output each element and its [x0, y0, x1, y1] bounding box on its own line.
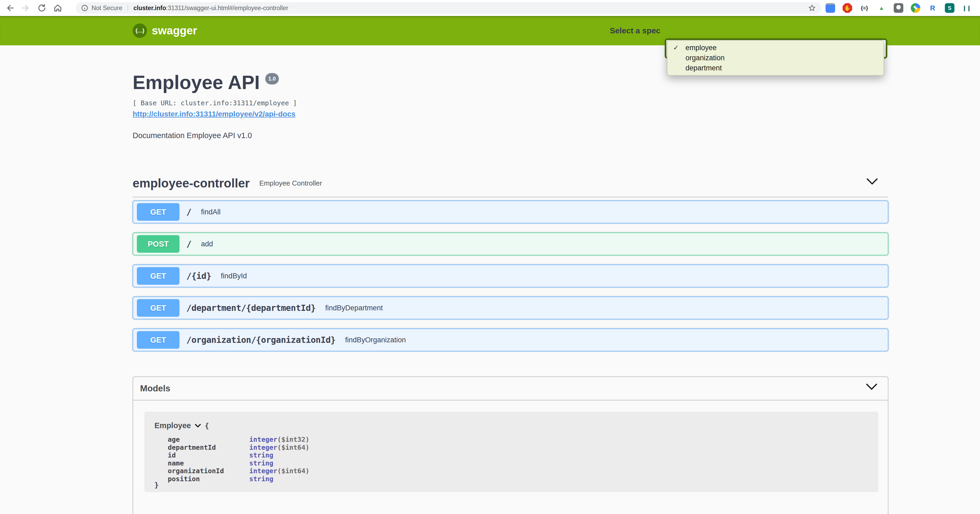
property-name: id [168, 451, 249, 459]
models-header[interactable]: Models [133, 377, 888, 401]
google-keep-extension-icon[interactable] [894, 3, 903, 13]
google-drive-extension-icon[interactable]: ▲ [877, 3, 886, 13]
url-text: cluster.info:31311/swagger-ui.html#/empl… [134, 5, 288, 12]
browser-toolbar: Not Secure cluster.info:31311/swagger-ui… [0, 0, 980, 16]
property-name: age [168, 436, 249, 443]
model-property-row: positionstring [168, 475, 309, 483]
url-host: cluster.info [134, 5, 166, 11]
swagger-logo: {…} swagger [133, 16, 197, 45]
google-analytics-extension-icon[interactable]: ✎ [911, 3, 920, 13]
version-badge: 1.0 [265, 73, 279, 85]
model-name: Employee [154, 421, 191, 430]
property-type: string [249, 475, 273, 483]
endpoint-path: /department/{departmentId} [186, 303, 316, 313]
models-chevron-down-icon[interactable] [866, 383, 877, 390]
not-secure-label: Not Secure [92, 5, 122, 12]
model-property-row: namestring [168, 459, 309, 467]
address-bar-divider [127, 5, 128, 11]
api-docs-link[interactable]: http://cluster.info:31311/employee/v2/ap… [133, 110, 296, 118]
spec-option-label: organization [686, 54, 725, 62]
sourcegraph-extension-icon[interactable]: S [945, 3, 955, 13]
base-url: [ Base URL: cluster.info:31311/employee … [133, 99, 297, 107]
controller-chevron-down-icon[interactable] [867, 178, 878, 185]
endpoint-summary: add [201, 240, 213, 248]
property-name: organizationId [168, 467, 249, 475]
property-type: string [249, 459, 273, 467]
controller-section-header[interactable]: employee-controller Employee Controller [133, 169, 888, 197]
model-property-row: organizationIdinteger($int64) [168, 467, 309, 475]
models-title: Models [140, 383, 170, 394]
spec-option[interactable]: department [667, 63, 884, 73]
endpoint-summary: findByOrganization [345, 336, 406, 344]
endpoint-summary: findById [221, 272, 247, 280]
property-name: name [168, 459, 249, 467]
swagger-topbar: {…} swagger Select a spec ✓ employee org… [0, 16, 980, 45]
back-icon[interactable] [5, 3, 14, 13]
swagger-logo-text: swagger [152, 24, 197, 37]
selected-check-icon: ✓ [673, 44, 679, 51]
model-property-row: ageinteger($int32) [168, 436, 309, 444]
controller-name: employee-controller [133, 176, 250, 190]
model-title-row[interactable]: Employee { [154, 421, 209, 430]
model-property-row: departmentIdinteger($int64) [168, 444, 309, 452]
refresh-r-extension-icon[interactable]: R [928, 3, 937, 13]
method-badge: POST [137, 235, 180, 253]
info-icon[interactable] [81, 4, 88, 12]
adblock-extension-icon[interactable]: ✋ [843, 3, 852, 13]
endpoint-path: /{id} [186, 271, 211, 281]
json-formatter-extension-icon[interactable]: {≡} [860, 3, 869, 13]
calendar-extension-icon[interactable] [826, 3, 835, 13]
forward-icon[interactable] [21, 3, 30, 13]
browser-nav-buttons [5, 0, 62, 16]
property-type: integer [249, 436, 277, 443]
spec-option-label: employee [686, 44, 717, 52]
endpoint-row[interactable]: GET /department/{departmentId} findByDep… [133, 297, 888, 319]
api-description: Documentation Employee API v1.0 [133, 131, 252, 140]
property-format: ($int64) [277, 467, 309, 475]
controller-description: Employee Controller [259, 179, 322, 187]
method-badge: GET [137, 267, 180, 285]
endpoint-path: /organization/{organizationId} [186, 335, 336, 345]
property-name: position [168, 475, 249, 483]
spec-option[interactable]: ✓ employee [667, 43, 884, 53]
close-brace: } [154, 481, 159, 489]
endpoint-summary: findByDepartment [325, 304, 383, 312]
swagger-logo-icon: {…} [133, 24, 147, 38]
property-format: ($int32) [277, 436, 309, 443]
endpoint-list: GET / findAll POST / add GET /{id} findB… [133, 201, 888, 361]
select-spec-label: Select a spec [543, 16, 660, 45]
spec-dropdown-menu: ✓ employee organization department [667, 40, 884, 76]
model-properties: ageinteger($int32) departmentIdinteger($… [168, 436, 309, 483]
swagger-ui-page: Not Secure cluster.info:31311/swagger-ui… [0, 0, 980, 514]
method-badge: GET [137, 331, 180, 349]
page-title: Employee API1.0 [133, 72, 279, 93]
method-badge: GET [137, 203, 180, 221]
endpoint-path: / [186, 207, 191, 217]
property-type: integer [249, 467, 277, 475]
model-toggle-chevron-icon[interactable] [195, 424, 201, 428]
property-name: departmentId [168, 444, 249, 451]
docker-bars-extension-icon[interactable]: ❙❙ [962, 3, 972, 13]
models-section: Models Employee { ageinteger($int32) dep… [133, 377, 888, 514]
reload-icon[interactable] [37, 3, 46, 13]
bookmark-star-icon[interactable] [808, 4, 816, 12]
endpoint-row[interactable]: GET /organization/{organizationId} findB… [133, 329, 888, 351]
url-path: :31311/swagger-ui.html#/employee-control… [166, 5, 288, 11]
method-badge: GET [137, 299, 180, 317]
address-bar[interactable]: Not Secure cluster.info:31311/swagger-ui… [76, 2, 821, 14]
endpoint-row[interactable]: GET / findAll [133, 201, 888, 223]
endpoint-row[interactable]: GET /{id} findById [133, 265, 888, 287]
property-type: string [249, 451, 273, 459]
property-format: ($int64) [277, 444, 309, 451]
endpoint-row[interactable]: POST / add [133, 233, 888, 255]
model-property-row: idstring [168, 451, 309, 459]
open-brace: { [205, 422, 209, 430]
property-type: integer [249, 444, 277, 451]
endpoint-path: / [186, 239, 191, 249]
api-title-text: Employee API [133, 72, 260, 93]
employee-model-box: Employee { ageinteger($int32) department… [144, 412, 878, 492]
spec-option[interactable]: organization [667, 53, 884, 63]
spec-option-label: department [686, 64, 722, 72]
home-icon[interactable] [53, 3, 62, 13]
extensions-row: ✋ {≡} ▲ ✎ R S ❙❙ [826, 0, 972, 16]
